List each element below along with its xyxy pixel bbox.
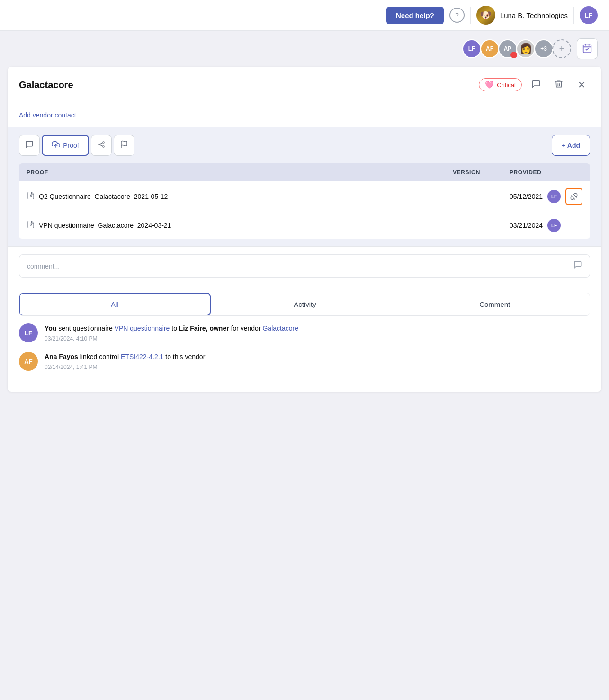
top-nav: Need help? ? 🐶 Luna B. Technologies LF [0,0,609,31]
comment-input-wrap [19,254,590,278]
activity-text-2: Ana Fayos linked control ETSI422-4.2.1 t… [45,352,590,362]
tab-flag[interactable] [114,135,134,156]
filter-tabs: All Activity Comment [19,293,590,316]
add-proof-button[interactable]: + Add [552,135,590,156]
chat-tab-icon [25,140,34,151]
proof-table: PROOF VERSION PROVIDED [19,163,590,239]
tabs-section: Proof [8,127,601,246]
activity-middle-2: linked control [80,353,121,360]
cloud-upload-icon [52,140,60,151]
activity-link-vpn[interactable]: VPN questionnaire [115,324,170,332]
tabs-row: Proof [19,135,590,156]
filter-tab-comment[interactable]: Comment [400,293,590,315]
help-icon-button[interactable]: ? [449,8,465,23]
panel-header: Galactacore 🩷 Critical [8,67,601,103]
activity-to: to [171,324,179,332]
tab-buttons: Proof [19,135,134,156]
comment-icon [531,79,541,91]
svg-line-8 [100,145,103,146]
provided-cell: 05/12/2021 LF [510,188,582,205]
activity-actor-2: Ana Fayos [45,353,78,360]
photo-avatar-icon: 👩 [519,43,532,55]
activity-middle: sent questionnaire [58,324,114,332]
critical-label: Critical [497,81,516,89]
nav-divider [470,7,471,24]
activity-item-2: AF Ana Fayos linked control ETSI422-4.2.… [19,352,590,371]
activity-actor: You [45,324,56,332]
activity-avatar-lf: LF [19,323,38,342]
svg-point-4 [99,144,100,145]
question-icon: ? [455,11,459,19]
proof-provided-cell-2: 03/21/2024 LF [502,212,590,239]
proof-row-name-2: VPN questionnaire_Galactacore_2024-03-21 [27,220,438,231]
trash-icon [554,79,564,91]
main-panel: Galactacore 🩷 Critical [8,67,601,392]
activity-content-1: You sent questionnaire VPN questionnaire… [45,323,590,342]
add-collaborator-button[interactable]: + [552,39,571,58]
activity-link-galactacore[interactable]: Galactacore [262,324,298,332]
collaborator-avatar-count[interactable]: +3 [534,39,553,58]
table-header-row: PROOF VERSION PROVIDED [19,163,590,181]
user-avatar-nav[interactable]: LF [580,6,598,24]
remove-badge: – [510,52,517,58]
svg-point-5 [103,142,104,143]
provided-cell-2: 03/21/2024 LF [510,219,582,232]
proof-name-cell: Q2 Questionnaire_Galactacore_2021-05-12 [19,181,445,212]
tab-flow[interactable] [91,135,112,156]
proof-name-2: VPN questionnaire_Galactacore_2024-03-21 [39,222,171,229]
calendar-button[interactable] [577,38,598,59]
comment-section [8,246,601,285]
tab-chat[interactable] [19,135,40,156]
svg-line-7 [100,143,103,144]
activity-for: for vendor [231,324,263,332]
comment-button[interactable] [528,76,545,93]
collaborators-row: LF AF AP – 👩 +3 + [0,31,609,67]
activity-avatar-af: AF [19,352,38,371]
trash-button[interactable] [550,76,567,93]
proof-provided-cell: 05/12/2021 LF [502,181,590,212]
proof-date: 05/12/2021 [510,193,543,200]
unlink-button[interactable] [565,188,582,205]
table-row: VPN questionnaire_Galactacore_2024-03-21… [19,212,590,239]
svg-point-6 [103,146,104,147]
collaborator-avatar-af[interactable]: AF [480,39,499,58]
collaborator-avatar-ap[interactable]: AP – [498,39,517,58]
nav-divider-2 [573,7,574,24]
proof-file-icon-2 [27,220,35,231]
activity-link-etsi[interactable]: ETSI422-4.2.1 [121,353,163,360]
proof-avatar: LF [547,190,561,203]
proof-date-2: 03/21/2024 [510,222,543,229]
collaborator-avatar-lf[interactable]: LF [462,39,481,58]
activity-time-2: 02/14/2024, 1:41 PM [45,364,590,370]
panel-title: Galactacore [19,80,73,90]
critical-icon: 🩷 [485,81,494,89]
panel-header-actions: 🩷 Critical [479,76,590,93]
critical-badge[interactable]: 🩷 Critical [479,78,522,91]
flag-icon [120,140,128,151]
comment-send-icon [573,260,582,271]
activity-content-2: Ana Fayos linked control ETSI422-4.2.1 t… [45,352,590,371]
company-name: Luna B. Technologies [500,11,568,19]
activity-feed: LF You sent questionnaire VPN questionna… [8,323,601,392]
proof-name-cell-2: VPN questionnaire_Galactacore_2024-03-21 [19,212,445,239]
proof-version-cell [445,181,502,212]
proof-name: Q2 Questionnaire_Galactacore_2021-05-12 [39,193,168,200]
proof-file-icon [27,191,35,202]
proof-avatar-2: LF [547,219,561,232]
comment-input[interactable] [27,262,573,270]
add-vendor-section: Add vendor contact [8,103,601,127]
need-help-button[interactable]: Need help? [386,7,444,24]
activity-suffix-2: to this vendor [165,353,205,360]
collaborator-avatar-photo[interactable]: 👩 [516,39,535,58]
add-vendor-link[interactable]: Add vendor contact [19,111,76,119]
filter-tab-activity[interactable]: Activity [210,293,400,315]
proof-tab-label: Proof [63,142,79,149]
proof-version-cell-2 [445,212,502,239]
proof-row-name: Q2 Questionnaire_Galactacore_2021-05-12 [27,191,438,202]
col-header-provided: PROVIDED [502,163,590,181]
tab-proof[interactable]: Proof [42,135,89,156]
activity-recipient: Liz Faire, owner [179,324,229,332]
calendar-icon [582,43,592,55]
filter-tab-all[interactable]: All [19,293,211,316]
close-button[interactable]: ✕ [573,76,590,93]
